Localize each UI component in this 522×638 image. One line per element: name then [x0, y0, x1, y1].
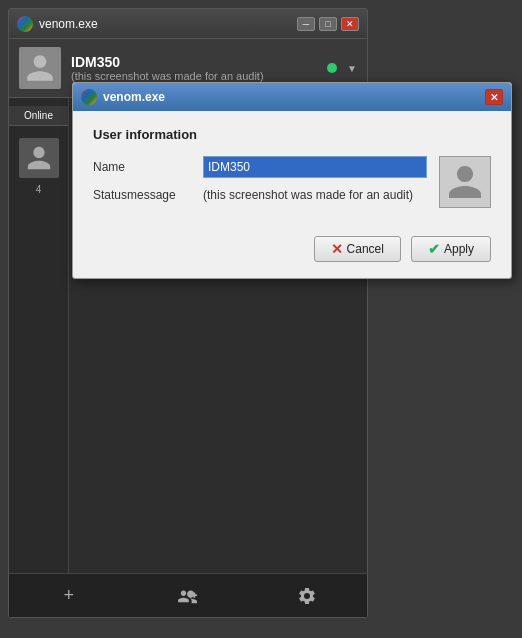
main-title-bar: venom.exe ─ □ ✕	[9, 9, 367, 39]
dialog-close-button[interactable]: ✕	[485, 89, 503, 105]
dialog-section-title: User information	[93, 127, 491, 142]
name-row: Name	[93, 156, 427, 178]
username-label: IDM350	[71, 54, 317, 70]
apply-label: Apply	[444, 242, 474, 256]
avatar-icon	[24, 52, 56, 84]
name-input[interactable]	[203, 156, 427, 178]
form-fields: Name Statusmessage (this screenshot was …	[93, 156, 427, 212]
status-value: (this screenshot was made for an audit)	[203, 188, 413, 202]
user-avatar	[19, 47, 61, 89]
apply-icon: ✔	[428, 241, 440, 257]
title-bar-buttons: ─ □ ✕	[297, 17, 359, 31]
main-close-button[interactable]: ✕	[341, 17, 359, 31]
status-label: Statusmessage	[93, 188, 203, 202]
contact-avatar-icon	[25, 144, 53, 172]
minimize-button[interactable]: ─	[297, 17, 315, 31]
settings-button[interactable]	[289, 578, 325, 614]
sidebar-item-online[interactable]: Online	[9, 106, 68, 126]
user-info: IDM350 (this screenshot was made for an …	[71, 54, 317, 82]
cancel-button[interactable]: ✕ Cancel	[314, 236, 401, 262]
app-icon	[17, 16, 33, 32]
settings-icon	[297, 586, 317, 606]
status-row: Statusmessage (this screenshot was made …	[93, 188, 427, 202]
add-user-button[interactable]	[170, 578, 206, 614]
dialog-title-bar: venom.exe ✕	[73, 83, 511, 111]
add-contact-button[interactable]: +	[51, 578, 87, 614]
cancel-label: Cancel	[347, 242, 384, 256]
maximize-button[interactable]: □	[319, 17, 337, 31]
dialog-avatar-icon	[445, 162, 485, 202]
contact-number: 4	[36, 184, 42, 195]
cancel-icon: ✕	[331, 241, 343, 257]
dialog-avatar	[439, 156, 491, 208]
user-status-message: (this screenshot was made for an audit)	[71, 70, 317, 82]
add-user-icon	[177, 587, 199, 605]
dropdown-arrow-icon[interactable]: ▼	[347, 63, 357, 74]
dialog-app-icon	[81, 89, 97, 105]
bottom-toolbar: +	[9, 573, 367, 617]
apply-button[interactable]: ✔ Apply	[411, 236, 491, 262]
dialog-title: venom.exe	[103, 90, 485, 104]
name-label: Name	[93, 160, 203, 174]
user-info-dialog[interactable]: venom.exe ✕ User information Name Status…	[72, 82, 512, 279]
sidebar-contact-avatar	[19, 138, 59, 178]
sidebar: Online 4	[9, 98, 69, 573]
status-indicator	[327, 63, 337, 73]
dialog-body: User information Name Statusmessage (thi…	[73, 111, 511, 228]
main-window-title: venom.exe	[39, 17, 297, 31]
dialog-footer: ✕ Cancel ✔ Apply	[73, 228, 511, 278]
